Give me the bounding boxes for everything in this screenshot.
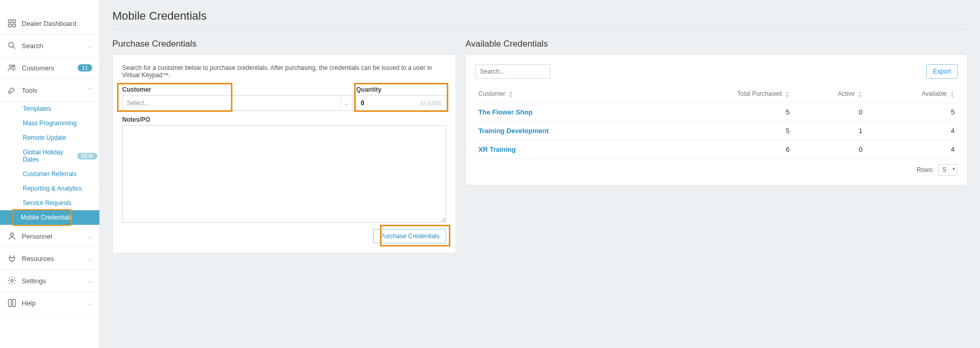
cell-available: 4 <box>866 122 958 140</box>
customer-link[interactable]: The Flower Shop <box>475 103 655 122</box>
svg-rect-0 <box>8 20 11 22</box>
quantity-value: 0 <box>361 99 420 107</box>
sidebar-subitem-mass-programming[interactable]: Mass Programming <box>21 116 99 130</box>
select-divider <box>341 98 341 108</box>
sort-icon: ▲▼ <box>508 90 513 98</box>
sidebar-subitem-label: Reporting & Analytics <box>23 185 82 192</box>
main-content: Mobile Credentials Purchase Credentials … <box>100 0 980 348</box>
sort-icon: ▲▼ <box>785 90 789 98</box>
cell-active: 1 <box>793 122 866 140</box>
cell-available: 4 <box>866 140 958 159</box>
sidebar-subitem-templates[interactable]: Templates <box>21 102 99 116</box>
sidebar-item-dealer-dashboard[interactable]: Dealer Dashboard <box>0 12 99 35</box>
customer-link[interactable]: XR Training <box>475 140 655 159</box>
svg-rect-2 <box>8 24 11 27</box>
cell-total-purchased: 5 <box>655 103 793 122</box>
col-active[interactable]: Active ▲▼ <box>793 86 866 103</box>
quantity-label: Quantity <box>356 86 446 93</box>
available-credentials-section: Available Credentials Export Customer ▲▼ <box>465 39 968 185</box>
chevron-down-icon: ⌄ <box>87 278 92 284</box>
gear-icon <box>7 276 17 285</box>
col-total-purchased[interactable]: Total Purchased ▲▼ <box>655 86 793 103</box>
sidebar-item-tools[interactable]: Tools ⌃ <box>0 79 99 102</box>
cell-active: 0 <box>793 103 866 122</box>
quantity-hint: (0-1000) <box>420 100 442 106</box>
chevron-down-icon: ⌄ <box>87 255 92 262</box>
quantity-input[interactable]: 0 (0-1000) <box>356 95 446 111</box>
wrench-icon <box>7 85 17 95</box>
sidebar-item-help[interactable]: Help ⌄ <box>0 292 99 314</box>
col-label: Active <box>838 90 855 97</box>
notes-textarea[interactable] <box>122 125 446 223</box>
col-label: Customer <box>478 90 505 97</box>
sidebar-subitem-label: Mobile Credentials <box>21 214 72 221</box>
col-label: Available <box>922 90 946 97</box>
new-badge: NEW <box>77 153 97 160</box>
sidebar: Dealer Dashboard Search ⌄ Customers 11 T… <box>0 0 100 348</box>
rows-value: 5 <box>943 166 946 173</box>
helper-text: Search for a customer below to purchase … <box>122 64 446 79</box>
customer-label: Customer <box>122 86 353 93</box>
svg-rect-3 <box>13 24 16 27</box>
col-available[interactable]: Available ▲▼ <box>866 86 958 103</box>
rows-label: Rows: <box>917 166 934 173</box>
col-label: Total Purchased <box>737 90 782 97</box>
sidebar-subitem-mobile-credentials[interactable]: Mobile Credentials <box>0 210 99 225</box>
book-icon <box>7 298 17 308</box>
chevron-down-icon: ⌄ <box>87 300 92 307</box>
svg-rect-1 <box>13 20 16 22</box>
rows-per-page: Rows: 5 <box>475 164 958 176</box>
sidebar-subitem-service-requests[interactable]: Service Requests <box>21 196 99 210</box>
cell-active: 0 <box>793 140 866 159</box>
table-row: The Flower Shop 5 0 5 <box>475 103 958 122</box>
export-button[interactable]: Export <box>926 64 958 79</box>
sidebar-item-label: Customers <box>22 64 74 72</box>
page-title: Mobile Credentials <box>112 9 968 30</box>
section-title: Available Credentials <box>465 39 968 49</box>
svg-point-7 <box>13 65 15 67</box>
cell-total-purchased: 6 <box>655 140 793 159</box>
chevron-down-icon: ⌄ <box>87 233 92 240</box>
col-customer[interactable]: Customer ▲▼ <box>475 86 655 103</box>
svg-point-8 <box>10 233 13 236</box>
sidebar-subitem-customer-referrals[interactable]: Customer Referrals <box>21 167 99 181</box>
sidebar-subitem-reporting-analytics[interactable]: Reporting & Analytics <box>21 181 99 196</box>
section-title: Purchase Credentials <box>112 39 456 49</box>
sidebar-item-label: Dealer Dashboard <box>22 20 92 27</box>
chevron-down-icon: ⌄ <box>87 42 92 49</box>
available-panel: Export Customer ▲▼ Total Purchased <box>465 54 968 185</box>
purchase-panel: Search for a customer below to purchase … <box>112 54 456 253</box>
sidebar-subitem-label: Mass Programming <box>23 120 77 127</box>
sidebar-item-label: Resources <box>22 255 87 263</box>
sidebar-subitem-label: Remote Update <box>23 134 66 141</box>
cell-total-purchased: 5 <box>655 122 793 140</box>
sidebar-subitem-remote-update[interactable]: Remote Update <box>21 130 99 145</box>
chevron-up-icon: ⌃ <box>87 87 92 94</box>
sidebar-subitem-label: Templates <box>23 105 51 112</box>
sidebar-item-label: Settings <box>22 277 87 285</box>
customer-select[interactable]: Select... ⌄ <box>122 95 353 111</box>
customers-count-badge: 11 <box>78 64 92 71</box>
sidebar-subitem-label: Service Requests <box>23 199 71 207</box>
sidebar-item-customers[interactable]: Customers 11 <box>0 57 99 79</box>
svg-point-9 <box>11 280 13 282</box>
sidebar-item-label: Tools <box>22 86 87 94</box>
available-search-input[interactable] <box>475 64 550 79</box>
rows-select[interactable]: 5 <box>938 164 958 176</box>
sidebar-item-search[interactable]: Search ⌄ <box>0 35 99 57</box>
sidebar-item-settings[interactable]: Settings ⌄ <box>0 270 99 292</box>
sidebar-item-personnel[interactable]: Personnel ⌄ <box>0 225 99 248</box>
cell-available: 5 <box>866 103 958 122</box>
table-row: Training Development 5 1 4 <box>475 122 958 140</box>
customer-select-placeholder: Select... <box>127 99 338 107</box>
sidebar-subitem-global-holiday-dates[interactable]: Global Holiday Dates NEW <box>21 145 99 167</box>
purchase-credentials-button[interactable]: Purchase Credentials <box>373 229 446 243</box>
sidebar-subitem-label: Global Holiday Dates <box>23 149 73 163</box>
sidebar-subitem-label: Customer Referrals <box>23 170 77 178</box>
customers-icon <box>7 63 17 72</box>
notes-label: Notes/PO <box>122 116 446 123</box>
customer-link[interactable]: Training Development <box>475 122 655 140</box>
sidebar-item-resources[interactable]: Resources ⌄ <box>0 248 99 270</box>
available-credentials-table: Customer ▲▼ Total Purchased ▲▼ Active ▲▼ <box>475 86 958 159</box>
table-row: XR Training 6 0 4 <box>475 140 958 159</box>
